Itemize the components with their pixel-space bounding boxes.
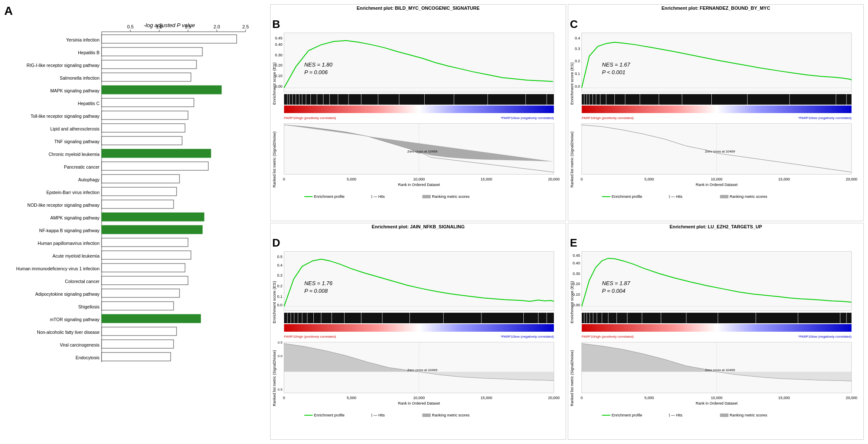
- panel-e-legend-metric: Ranking metric scores: [730, 413, 767, 417]
- bar-label-10: Pancreatic cancer: [64, 164, 100, 169]
- bar-3: [102, 73, 191, 81]
- panel-e-legend-hits: — Hits: [671, 413, 683, 417]
- panel-d-x-5000: 5,000: [347, 396, 356, 400]
- c-es-04: 0.4: [575, 36, 580, 40]
- bar-label-24: Viral carcinogenesis: [60, 342, 100, 347]
- x-tick-label-25: 2.5: [242, 24, 249, 29]
- panel-b-hits-bg: [284, 94, 554, 105]
- x-tick-label-05: 0.5: [127, 24, 133, 29]
- es-010: 0.10: [275, 74, 282, 78]
- panel-b-legend-metric: Ranking metric scores: [432, 194, 470, 199]
- bar-label-18: Human immunodeficiency virus 1 infection: [16, 266, 100, 271]
- panel-c-nes: NES = 1.67: [602, 61, 630, 68]
- bar-24: [102, 340, 174, 348]
- panel-b-x-label: Rank in Ordered Dataset: [398, 183, 440, 187]
- bar-8: [102, 136, 182, 145]
- panel-b: Enrichment plot: BILD_MYC_ONCOGENIC_SIGN…: [270, 4, 566, 221]
- bar-0: [102, 35, 237, 43]
- panel-b-zero-cross: Zero cross at 10469: [407, 150, 437, 153]
- panel-e-nes: NES = 1.87: [602, 280, 630, 286]
- panel-d-parp-high: PARP10high (positively correlated): [284, 335, 336, 339]
- panel-d-nes: NES = 1.76: [304, 280, 333, 286]
- panel-e-ranked-label: Ranked list metric (Signal2Noise): [570, 350, 574, 406]
- panel-d-zero-cross: Zero cross at 10469: [407, 368, 437, 372]
- panel-b-legend-metric-box: [422, 195, 431, 198]
- panel-b-x-20000: 20,000: [548, 177, 559, 181]
- bar-14-green: [102, 213, 204, 221]
- panel-e-legend-ep: Enrichment profile: [612, 413, 642, 417]
- d-es-02: 0.2: [277, 284, 282, 288]
- panel-e-x-20000: 20,000: [846, 396, 857, 400]
- bar-25: [102, 352, 171, 361]
- panel-b-parp-high: PARP10high (positively correlated): [284, 116, 336, 120]
- d-m-neg05: 0.5: [278, 388, 283, 391]
- bar-label-4: MAPK signaling pathway: [50, 88, 100, 93]
- panel-c-x-15000: 15,000: [778, 177, 790, 181]
- panel-e-title: Enrichment plot: LU_EZH2_TARGETS_UP: [568, 223, 863, 230]
- panel-b-legend-ep: Enrichment profile: [314, 194, 345, 199]
- bar-20: [102, 289, 180, 297]
- bar-label-1: Hepatitis B: [78, 50, 100, 55]
- d-es-03: 0.3: [277, 273, 282, 278]
- panel-d-title: Enrichment plot: JAIN_NFKB_SIGNALING: [271, 223, 566, 230]
- bar-1: [102, 47, 202, 56]
- es-040: 0.40: [275, 42, 282, 47]
- panel-e-hits-bg: [582, 313, 851, 323]
- panel-b-x-10000: 10,000: [413, 177, 425, 181]
- bar-23: [102, 327, 177, 336]
- panel-b-x-0: 0: [283, 177, 285, 181]
- bar-label-21: Shigellosis: [78, 304, 100, 309]
- panel-e-legend-metric-box: [720, 413, 728, 417]
- panel-d: Enrichment plot: JAIN_NFKB_SIGNALING D E…: [270, 223, 566, 440]
- panel-e: Enrichment plot: LU_EZH2_TARGETS_UP E En…: [568, 223, 864, 440]
- bar-6: [102, 111, 188, 119]
- d-m-00: 0.0: [278, 354, 283, 358]
- bar-15-green: [102, 225, 202, 234]
- panel-d-svg: D Enrichment score (ES) 0.5 0.4 0.3 0.2 …: [271, 230, 566, 440]
- panel-c-legend-metric-box: [720, 195, 728, 198]
- panel-e-es-label: Enrichment score (ES): [569, 281, 574, 323]
- bar-label-8: TNF signaling pathway: [54, 139, 100, 144]
- panel-e-label: E: [570, 237, 577, 249]
- bar-label-17: Acute myeloid leukemia: [53, 253, 100, 258]
- bar-chart-svg: -log adjusted P value 0.5 1.0 1.5: [4, 17, 263, 436]
- panel-d-legend-hits: — Hits: [373, 413, 385, 417]
- c-es-03: 0.3: [575, 47, 580, 51]
- d-es-01: 0.1: [277, 294, 282, 299]
- es-000: 0.00: [275, 84, 282, 89]
- bar-label-19: Colorectal cancer: [65, 279, 100, 284]
- bar-label-0: Yersinia infection: [66, 37, 100, 42]
- panel-c-x-0: 0: [581, 177, 583, 181]
- es-020: 0.20: [275, 63, 282, 67]
- panel-b-es-label: Enrichment score (ES): [272, 62, 276, 105]
- bar-label-22: mTOR signaling pathway: [50, 317, 100, 322]
- panel-c-zero-cross: Zero cross at 10469: [705, 150, 735, 153]
- es-045: 0.45: [275, 36, 282, 40]
- panel-e-parp-low: *PARP10low (negatively correlated): [798, 335, 851, 339]
- panel-b-pval: P = 0.006: [304, 69, 328, 75]
- bar-label-7: Lipid and atherosclerosis: [50, 126, 100, 131]
- bar-16: [102, 238, 188, 247]
- bar-18: [102, 264, 185, 272]
- panel-c: Enrichment plot: FERNANDEZ_BOUND_BY_MYC …: [568, 4, 864, 221]
- chart-area: -log adjusted P value 0.5 1.0 1.5: [4, 17, 267, 440]
- panel-e-svg: E Enrichment score (ES) 0.45 0.40 0.30 0…: [568, 230, 863, 440]
- main-container: A -log adjusted P value 0.5 1.0: [0, 0, 868, 444]
- panel-d-pval: P = 0.008: [304, 288, 328, 294]
- panel-a-label: A: [4, 4, 13, 18]
- panel-c-x-5000: 5,000: [644, 177, 654, 181]
- bar-label-20: Adipocytokine signaling pathway: [35, 291, 100, 297]
- panel-c-svg: C Enrichment score (ES) 0.4 0.3 0.2 0.1 …: [568, 11, 863, 221]
- panel-c-pval: P < 0.001: [602, 69, 625, 75]
- panel-d-legend-metric-box: [422, 413, 431, 417]
- c-es-00: 0.0: [575, 84, 580, 89]
- panel-e-x-15000: 15,000: [778, 396, 790, 400]
- e-es-040: 0.40: [572, 261, 580, 265]
- bar-label-14: AMPK signaling pathway: [50, 215, 100, 220]
- panel-e-x-10000: 10,000: [711, 396, 722, 400]
- panel-c-parp-high: PARP10high (positively correlated): [582, 116, 634, 120]
- bar-21: [102, 302, 174, 310]
- panel-b-ranked-label: Ranked list metric (Signal2Noise): [272, 131, 276, 187]
- panel-c-x-10000: 10,000: [711, 177, 722, 181]
- bar-17: [102, 251, 191, 259]
